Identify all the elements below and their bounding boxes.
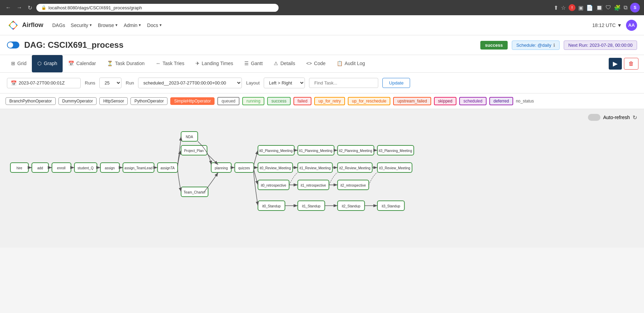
details-icon: ⚠ — [274, 61, 278, 66]
calendar-icon: 📅 — [68, 61, 74, 66]
dag-status-area: success Schedule: @daily ℹ Next Run: 202… — [480, 41, 637, 50]
find-task-input[interactable] — [309, 78, 378, 88]
tab-gantt[interactable]: ☰ Gantt — [239, 55, 268, 72]
nav-security[interactable]: Security ▼ — [69, 21, 94, 29]
tab-audit-log-label: Audit Log — [345, 61, 365, 66]
tab-gantt-label: Gantt — [251, 61, 263, 66]
puzzle-icon[interactable]: 🧩 — [614, 5, 621, 11]
node-add-label: add — [37, 166, 43, 170]
star-icon[interactable]: ☆ — [561, 5, 566, 11]
status-legend-no-status: no_status — [516, 99, 534, 104]
tab-task-duration[interactable]: ⏳ Task Duration — [101, 55, 150, 72]
node-it0-standup-label: it0_Standup — [262, 204, 281, 208]
schedule-badge: Schedule: @daily ℹ — [512, 41, 560, 50]
node-it2-review-label: it2_Review_Meeting — [339, 166, 371, 170]
edge-quizzes-it0retro — [254, 170, 258, 185]
graph-icon: ⬡ — [37, 61, 42, 66]
node-it2-retro-label: it2_retrospective — [341, 184, 366, 187]
status-legend-deferred: deferred — [489, 97, 513, 105]
node-it1-planning-label: it1_Planning_Meeting — [299, 149, 332, 153]
layout-select[interactable]: Left > Right Top > Bottom — [264, 78, 305, 88]
date-input[interactable] — [19, 80, 77, 86]
tab-task-tries-label: Task Tries — [163, 61, 184, 66]
extension-icon-red[interactable]: ! — [569, 4, 575, 11]
controls-bar: 📅 Runs 25 50 100 Run scheduled__2023-07-… — [0, 73, 644, 93]
grid-icon: ⊞ — [11, 61, 15, 66]
node-planning-label: planning — [215, 166, 228, 170]
nav-admin[interactable]: Admin ▼ — [121, 21, 144, 29]
share-icon[interactable]: ⬆ — [554, 5, 558, 11]
date-input-group: 📅 — [7, 78, 81, 88]
nav-docs[interactable]: Docs ▼ — [145, 21, 164, 29]
node-it1-standup-label: it1_Standup — [302, 204, 321, 208]
run-label: Run — [126, 80, 134, 86]
dag-toggle[interactable] — [7, 42, 19, 48]
runs-label: Runs — [85, 80, 95, 86]
next-run-badge: Next Run: 2023-07-28, 00:00:00 — [564, 41, 637, 50]
status-badge: success — [480, 41, 508, 50]
node-it3-review-label: it3_Review_Meeting — [379, 166, 410, 170]
tab-code[interactable]: <> Code — [301, 55, 331, 72]
time-display[interactable]: 18:12 UTC ▼ — [592, 23, 622, 28]
node-assign-label: assign — [105, 166, 115, 170]
runs-select[interactable]: 25 50 100 — [99, 78, 121, 88]
tab-landing-times[interactable]: ✈ Landing Times — [190, 55, 239, 72]
extension-icon-2[interactable]: 🔲 — [596, 5, 603, 11]
url-bar[interactable]: 🔒 localhost:8080/dags/CSCIX691_process/g… — [36, 4, 279, 12]
node-team-charter-label: Team_Charter — [184, 190, 206, 194]
status-legend-up-for-reschedule: up_for_reschedule — [348, 97, 390, 105]
node-it0-review-label: it0_Review_Meeting — [260, 166, 291, 170]
edge-quizzes-it0standup — [253, 170, 258, 206]
legend-bar: BranchPythonOperator DummyOperator HttpS… — [0, 93, 644, 109]
node-it3-standup-label: it3_Standup — [382, 204, 400, 208]
profile-avatar[interactable]: S — [630, 3, 640, 12]
node-it2-standup-label: it2_Standup — [342, 204, 361, 208]
tab-grid[interactable]: ⊞ Grid — [6, 55, 32, 72]
refresh-button[interactable]: ↻ — [26, 3, 34, 12]
extension-icon-gray[interactable]: ▣ — [578, 5, 583, 11]
operator-legend-branch: BranchPythonOperator — [6, 97, 56, 105]
nav-dags[interactable]: DAGs — [50, 21, 67, 29]
manual-refresh-button[interactable]: ↻ — [633, 114, 637, 121]
update-button[interactable]: Update — [382, 78, 410, 88]
auto-refresh-toggle[interactable] — [588, 114, 600, 121]
operator-legend-dummy: DummyOperator — [58, 97, 97, 105]
node-it1-review-label: it1_Review_Meeting — [299, 166, 330, 170]
bookmark-icon[interactable]: 📄 — [586, 5, 593, 11]
run-dag-button[interactable]: ▶ — [609, 58, 622, 70]
url-text: localhost:8080/dags/CSCIX691_process/gra… — [48, 5, 142, 10]
delete-dag-button[interactable]: 🗑 — [624, 58, 638, 70]
window-icon[interactable]: ⧉ — [624, 5, 627, 11]
tab-calendar[interactable]: 📅 Calendar — [63, 55, 101, 72]
edge-it1retro-it2review — [329, 172, 338, 185]
time-dropdown-arrow: ▼ — [617, 23, 622, 28]
node-enroll-label: enroll — [57, 166, 65, 170]
node-it1-retro-label: it1_retrospective — [301, 184, 326, 187]
nav-browse[interactable]: Browse ▼ — [96, 21, 120, 29]
gantt-icon: ☰ — [244, 61, 249, 66]
status-legend-up-for-retry: up_for_retry — [314, 97, 345, 105]
tab-code-label: Code — [314, 61, 325, 66]
run-select[interactable]: scheduled__2023-07-27T00:00:00+00:00 — [138, 78, 242, 88]
forward-button[interactable]: → — [15, 3, 24, 12]
tab-details[interactable]: ⚠ Details — [268, 55, 301, 72]
node-assignta-label: assignTA — [161, 166, 175, 170]
tab-audit-log[interactable]: 📋 Audit Log — [331, 55, 371, 72]
node-it3-planning-label: it3_Planning_Meeting — [379, 149, 412, 153]
tab-graph[interactable]: ⬡ Graph — [32, 55, 63, 72]
info-icon[interactable]: ℹ — [553, 43, 555, 48]
tab-details-label: Details — [280, 61, 295, 66]
calendar-icon-small: 📅 — [11, 80, 17, 86]
status-legend-running: running — [242, 97, 264, 105]
tab-task-tries[interactable]: ↔ Task Tries — [150, 55, 190, 72]
node-hire-label: hire — [17, 166, 22, 170]
node-it2-planning-label: it2_Planning_Meeting — [339, 149, 372, 153]
back-button[interactable]: ← — [4, 3, 12, 12]
dag-title: DAG: CSCIX691_process — [24, 40, 124, 50]
user-avatar[interactable]: AA — [626, 20, 637, 31]
node-project-plan-label: Project_Plan — [184, 149, 204, 153]
shield-icon[interactable]: 🛡 — [606, 5, 611, 11]
tabs-bar: ⊞ Grid ⬡ Graph 📅 Calendar ⏳ Task Duratio… — [0, 55, 644, 73]
tab-grid-label: Grid — [17, 61, 26, 66]
landing-times-icon: ✈ — [196, 61, 200, 66]
